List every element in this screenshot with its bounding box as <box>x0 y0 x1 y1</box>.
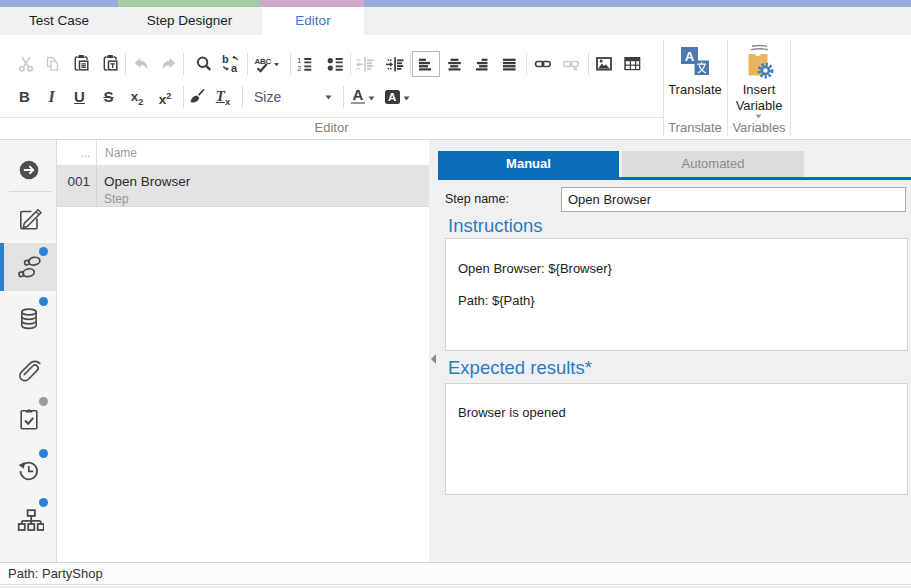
svg-text:ABC: ABC <box>255 57 272 66</box>
svg-text:a: a <box>231 62 238 73</box>
svg-text:A: A <box>685 49 695 64</box>
svg-text:2: 2 <box>297 64 301 72</box>
svg-text:b: b <box>222 54 229 65</box>
